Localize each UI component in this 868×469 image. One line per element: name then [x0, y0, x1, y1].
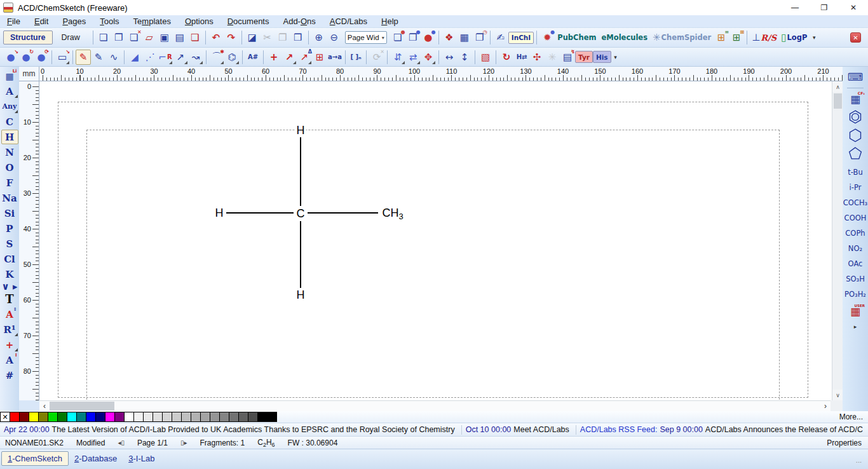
swatch-gray-10[interactable] — [220, 412, 229, 422]
swatch-black[interactable] — [258, 412, 277, 422]
swatch-gray-8[interactable] — [201, 412, 210, 422]
flip-top-bottom-button[interactable]: ⇵ — [390, 50, 405, 65]
redo-button[interactable]: ↷ — [224, 30, 239, 45]
element-k-button[interactable]: K — [1, 267, 18, 282]
element-n-button[interactable]: N — [1, 145, 18, 160]
periodic-table-button[interactable]: ▦ Li — [1, 69, 18, 83]
polymer-brackets-tool[interactable]: [ ]ₙ — [348, 50, 363, 65]
element-f-button[interactable]: F — [1, 175, 18, 190]
toolbar1-overflow-button[interactable]: ▾ — [810, 30, 818, 45]
coph-template-button[interactable]: COPh — [843, 226, 867, 240]
tab-bar-overflow[interactable]: ... — [856, 456, 862, 464]
swatch-gray-7[interactable] — [191, 412, 201, 422]
no-color-swatch[interactable]: ✕ — [0, 412, 10, 422]
atom-c-center[interactable]: C — [295, 207, 306, 221]
next-page-icon[interactable]: ▯▸ — [180, 439, 187, 446]
reaction-arrow-tool[interactable]: ↗ — [281, 50, 297, 65]
export-pdf-button[interactable]: ❏ — [187, 30, 203, 45]
scroll-right-arrow[interactable]: › — [820, 401, 831, 411]
tautomers-button[interactable]: ⊞ = — [714, 30, 729, 45]
swatch-gray-13[interactable] — [248, 412, 258, 422]
draw-mode-button[interactable]: Draw — [55, 31, 86, 44]
mass-spectrum-tool[interactable]: ✳ — [545, 50, 560, 65]
close-button[interactable]: ✕ — [839, 0, 868, 15]
menu-item[interactable]: Help — [374, 17, 405, 26]
new-document-button[interactable]: ❏ — [96, 30, 111, 45]
rotate-free-tool[interactable]: ● ⟳ — [34, 50, 49, 65]
rss-feed-item[interactable]: Apr 22 00:00The Latest Version of ACD/I-… — [0, 425, 462, 435]
swatch-yellow[interactable] — [29, 412, 39, 422]
swatch-gray-3[interactable] — [153, 412, 163, 422]
select-move-tool[interactable]: ● ↘ — [3, 50, 18, 65]
reaction-plus-tool[interactable]: + — [266, 50, 281, 65]
vertical-scroll-thumb[interactable] — [834, 93, 842, 109]
restore-button[interactable]: ❐ — [810, 0, 839, 15]
menu-item[interactable]: Templates — [126, 17, 178, 26]
coordination-bond-tool[interactable]: ↝ — [188, 50, 203, 65]
swatch-cyan[interactable] — [67, 412, 77, 422]
cooh-template-button[interactable]: COOH — [843, 210, 867, 225]
menu-item[interactable]: File — [0, 17, 27, 26]
tab-chemsketch[interactable]: 1-ChemSketch — [1, 451, 69, 466]
undo-button[interactable]: ↶ — [208, 30, 224, 45]
scroll-down-arrow[interactable]: ∨ — [832, 390, 843, 400]
atom-h-top[interactable]: H — [295, 124, 306, 137]
draw-normal-tool[interactable]: ✎ — [76, 50, 91, 65]
structure-properties-button[interactable]: ❖ — [442, 30, 457, 45]
rss-feed-item[interactable]: ACD/Labs RSS Feed:Sep 9 00:00ACD/Labs An… — [576, 425, 868, 435]
so3h-template-button[interactable]: SO₃H — [843, 271, 867, 286]
numbering-tool[interactable]: # — [1, 368, 18, 383]
table-of-radicals-button[interactable]: ⌨ — [846, 69, 865, 85]
menu-item[interactable]: Documents — [220, 17, 276, 26]
menu-item[interactable]: Tools — [93, 17, 126, 26]
check-structure-button[interactable]: ⊞ ⊞ — [729, 30, 744, 45]
swatch-red[interactable] — [10, 412, 20, 422]
element-a-button[interactable]: A — [1, 84, 18, 99]
swatch-gray-12[interactable] — [239, 412, 248, 422]
chemspider-button[interactable]: ✳ ChemSpider — [650, 30, 714, 45]
pubchem-button[interactable]: PubChem — [555, 30, 599, 45]
clean-structure-button[interactable]: ↻ — [499, 50, 514, 65]
horizontal-scrollbar[interactable]: ‹ › — [39, 400, 831, 411]
close-toolbar-button[interactable]: ✕ — [850, 32, 861, 43]
element-p-button[interactable]: P — [1, 221, 18, 236]
draw-continuous-tool[interactable]: ✎ — [91, 50, 106, 65]
reaction-conditions-tool[interactable]: ↗ Δ — [297, 50, 312, 65]
open-copy-button[interactable]: ❐ — [111, 30, 126, 45]
eraser-button[interactable]: ◪ — [245, 30, 260, 45]
r-group-label-tool[interactable]: R¹ — [1, 322, 18, 337]
cut-button[interactable]: ✂ — [260, 30, 275, 45]
atom-numbering-tool[interactable]: A# — [245, 50, 261, 65]
3d-optimization-button[interactable]: ● ● — [421, 30, 436, 45]
element-si-button[interactable]: Si — [1, 206, 18, 221]
select-rectangle-tool[interactable]: ▭ ↘ — [55, 50, 70, 65]
atom-atom-mapping-tool[interactable]: a→a — [327, 50, 342, 65]
bond-up-tool[interactable]: ↗ — [173, 50, 188, 65]
atom-h-left[interactable]: H — [214, 207, 225, 220]
swatch-gray-11[interactable] — [229, 412, 239, 422]
flip-3d-button[interactable]: ✥ — [421, 50, 436, 65]
bond[interactable] — [308, 212, 378, 214]
cyclopentane-template-button[interactable] — [846, 146, 865, 162]
tab-ilab[interactable]: 3-I-Lab — [123, 451, 160, 466]
structure-mode-button[interactable]: Structure — [3, 31, 53, 44]
reaction-scheme-table-button[interactable]: ⊞ — [312, 50, 327, 65]
table-of-structures-button[interactable]: ▦ — [457, 30, 472, 45]
element-c-button[interactable]: C — [1, 114, 18, 129]
delete-page-button[interactable]: ❏ ✕ — [126, 30, 142, 45]
menu-item[interactable]: Edit — [27, 17, 55, 26]
bond[interactable] — [300, 221, 301, 288]
swatch-white[interactable] — [125, 412, 134, 422]
swatch-gray-5[interactable] — [172, 412, 182, 422]
element-s-button[interactable]: S — [1, 236, 18, 251]
swatch-green[interactable] — [48, 412, 58, 422]
swatch-gray-9[interactable] — [210, 412, 220, 422]
atom-properties-tool[interactable]: A I — [1, 353, 18, 367]
horizontal-scroll-thumb[interactable] — [50, 402, 114, 411]
rotate-3d-tool[interactable]: ● ↻ — [18, 50, 34, 65]
solid-wedge-bond-tool[interactable]: ◢ — [127, 50, 142, 65]
vertical-scrollbar[interactable]: ∧ ∨ — [832, 81, 843, 400]
generate-report-button[interactable]: ▤ ↯ — [560, 50, 575, 65]
emolecules-button[interactable]: eMolecules — [599, 30, 650, 45]
copy-button[interactable]: ❐ — [275, 30, 290, 45]
